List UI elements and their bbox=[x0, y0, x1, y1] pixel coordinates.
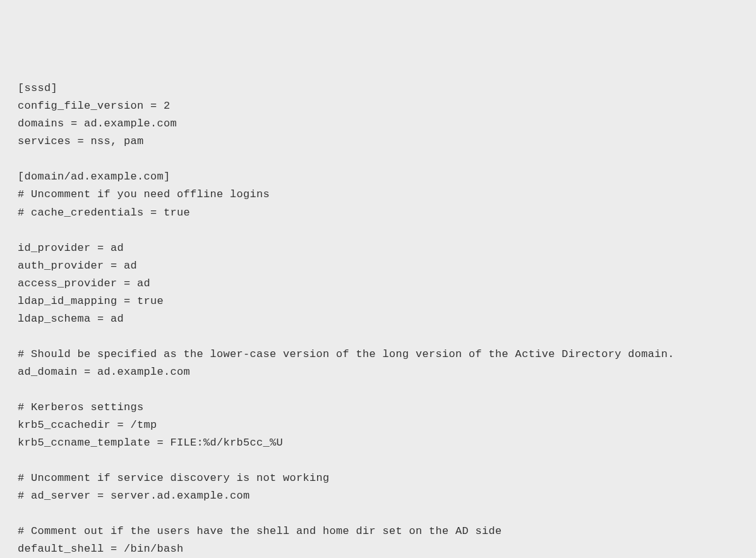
config-code-block: [sssd] config_file_version = 2 domains =… bbox=[18, 80, 738, 558]
